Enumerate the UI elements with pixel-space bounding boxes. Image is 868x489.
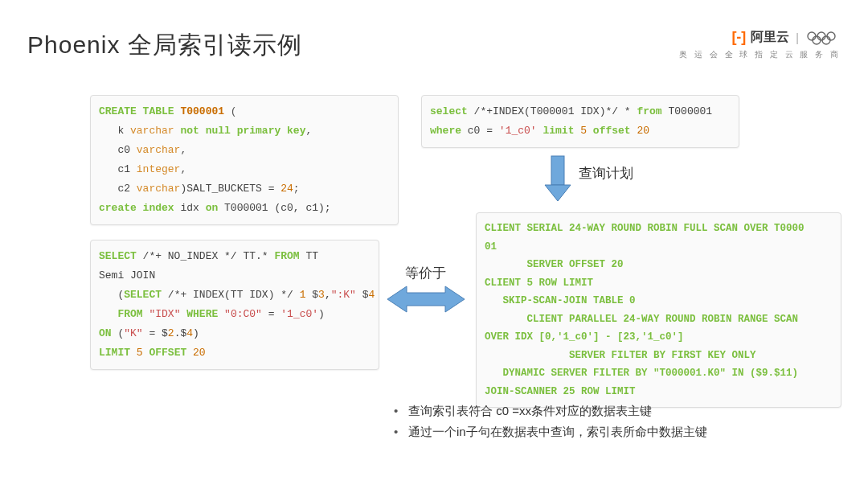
t: 24 (280, 183, 293, 195)
t: 4 (369, 289, 375, 301)
label-plan: 查询计划 (579, 164, 633, 183)
t: FROM (117, 308, 142, 320)
t: "IDX" (149, 308, 180, 320)
arrow-left-right-icon (386, 281, 466, 317)
t: , (325, 289, 331, 301)
t (99, 308, 117, 320)
t: WHERE (180, 308, 218, 320)
t: CLIENT PARALLEL 24-WAY ROUND ROBIN RANGE… (485, 314, 798, 325)
t: 5 (130, 347, 143, 359)
t: 01 (485, 241, 497, 253)
t: on (206, 202, 219, 214)
t: 2 (168, 327, 174, 339)
t: ) (193, 327, 199, 339)
t: c0 (99, 144, 137, 156)
t: ":K" (331, 289, 356, 301)
bullet-2: 通过一个in子句在数据表中查询，索引表所命中数据主键 (394, 421, 707, 442)
t: T000001 (180, 105, 224, 117)
t: c0 = (461, 125, 499, 137)
olympic-rings-icon (805, 30, 841, 46)
t: varchar (137, 144, 181, 156)
t: select (430, 105, 468, 117)
t: CLIENT 5 ROW LIMIT (485, 277, 593, 289)
t: ON (99, 327, 112, 339)
brand-block: [-] 阿里云 | 奥 运 会 全 球 指 定 云 服 务 商 (679, 29, 841, 60)
t: limit (537, 125, 575, 137)
t: = (262, 308, 280, 320)
label-equiv: 等价于 (405, 264, 446, 282)
t: T000001 (662, 105, 712, 117)
t: '1_c0' (499, 125, 537, 137)
t: $ (356, 289, 369, 301)
t: , (180, 144, 186, 156)
t: c2 (99, 183, 137, 195)
t: '1_c0' (280, 308, 318, 320)
t: ( (99, 289, 124, 301)
t: SERVER OFFSET 20 (485, 259, 624, 270)
t: CREATE TABLE (99, 105, 174, 117)
code-select-index: select /*+INDEX(T000001 IDX)*/ * from T0… (421, 95, 739, 148)
t: /*+ INDEX(TT IDX) */ (162, 289, 300, 301)
t: = $ (143, 327, 168, 339)
t: not null primary key (174, 125, 306, 137)
brand-row: [-] 阿里云 | (679, 29, 841, 46)
t: 20 (631, 125, 649, 137)
t: DYNAMIC SERVER FILTER BY "T000001.K0" IN… (485, 368, 798, 379)
t: "0:C0" (224, 308, 262, 320)
t: SKIP-SCAN-JOIN TABLE 0 (485, 295, 636, 306)
svg-marker-6 (545, 185, 571, 201)
t: LIMIT (99, 347, 130, 359)
t: 20 (186, 347, 205, 359)
t: OFFSET (143, 347, 187, 359)
t: where (430, 125, 461, 137)
svg-marker-7 (387, 286, 465, 312)
t: k (99, 125, 130, 137)
t: OVER IDX [0,'1_c0'] - [23,'1_c0'] (485, 331, 684, 343)
t: 5 (574, 125, 587, 137)
arrow-down-icon (542, 154, 574, 204)
t: integer (137, 163, 181, 175)
t: /*+INDEX(T000001 IDX)*/ * (468, 105, 637, 117)
t: c1 (99, 163, 137, 175)
t: "K" (124, 327, 142, 339)
t: from (637, 105, 661, 117)
page-title: Phoenix 全局索引读示例 (27, 29, 302, 62)
t: create index (99, 202, 174, 214)
code-exec-plan: CLIENT SERIAL 24-WAY ROUND ROBIN FULL SC… (476, 212, 841, 408)
brand-tagline: 奥 运 会 全 球 指 定 云 服 务 商 (679, 49, 841, 60)
t: /*+ NO_INDEX */ TT.* (137, 250, 275, 262)
divider: | (794, 31, 800, 44)
t: .$ (174, 327, 187, 339)
t: CLIENT SERIAL 24-WAY ROUND ROBIN FULL SC… (485, 223, 805, 234)
t: )SALT_BUCKETS = (180, 183, 280, 195)
t: SERVER FILTER BY FIRST KEY ONLY (485, 350, 756, 361)
t: , (180, 163, 186, 175)
code-create-table: CREATE TABLE T000001 ( k varchar not nul… (90, 95, 399, 225)
slide: Phoenix 全局索引读示例 [-] 阿里云 | 奥 运 会 全 球 指 定 … (0, 0, 868, 489)
t: JOIN-SCANNER 25 ROW LIMIT (485, 386, 636, 397)
t: ) (318, 308, 325, 320)
t (218, 308, 224, 320)
t: , (305, 125, 312, 137)
t: Semi JOIN (99, 269, 155, 281)
t: 4 (186, 327, 193, 339)
bullet-list: 查询索引表符合 c0 =xx条件对应的数据表主键 通过一个in子句在数据表中查询… (394, 401, 707, 442)
bullet-1: 查询索引表符合 c0 =xx条件对应的数据表主键 (394, 401, 707, 421)
t: 3 (318, 289, 325, 301)
code-select-noindex: SELECT /*+ NO_INDEX */ TT.* FROM TT Semi… (90, 240, 379, 370)
t: ; (293, 183, 300, 195)
brand-name: 阿里云 (751, 29, 789, 46)
t: TT (300, 250, 318, 262)
t: ( (231, 105, 237, 117)
t: offset (587, 125, 631, 137)
t: idx (174, 202, 206, 214)
alicloud-bracket-icon: [-] (731, 29, 746, 46)
t: ( (112, 327, 125, 339)
t: varchar (137, 183, 181, 195)
t: FROM (274, 250, 299, 262)
svg-rect-5 (551, 156, 564, 185)
t: varchar (130, 125, 174, 137)
t: $ (305, 289, 318, 301)
t: T000001 (c0, c1); (218, 202, 330, 214)
t: SELECT (124, 289, 162, 301)
